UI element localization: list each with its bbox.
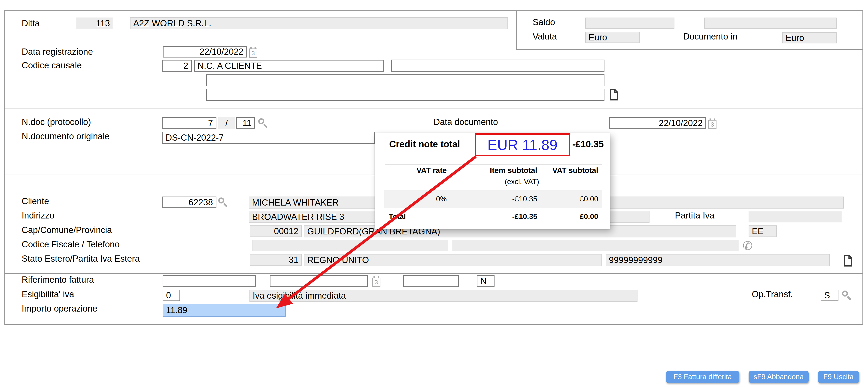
vat-subtotal-value: £0.00 xyxy=(580,194,598,204)
provincia-field: EE xyxy=(749,225,777,237)
item-subtotal-header: Item subtotal xyxy=(490,165,537,175)
cap-field: 00012 xyxy=(250,225,302,237)
section-divider-1 xyxy=(4,108,863,109)
vat-rate-value: 0% xyxy=(436,194,447,204)
stato-estero-label: Stato Estero/Partita Iva Estera xyxy=(22,253,140,264)
section-divider-3 xyxy=(4,273,863,274)
ditta-label: Ditta xyxy=(22,18,40,29)
documento-in-field: Euro xyxy=(782,32,837,43)
stato-estero-code-field: 31 xyxy=(250,254,302,266)
cap-comune-provincia-label: Cap/Comune/Provincia xyxy=(22,225,112,235)
calendar-icon[interactable]: 3 xyxy=(372,276,381,287)
codice-fiscale-field xyxy=(252,240,448,251)
search-icon[interactable] xyxy=(842,291,852,302)
vat-subtotal-header: VAT subtotal xyxy=(552,165,598,175)
importo-operazione-label: Importo operazione xyxy=(22,303,97,314)
partita-iva-estera-field: 99999999999 xyxy=(606,254,830,266)
documento-in-label: Documento in xyxy=(683,31,737,42)
codice-fiscale-telefono-label: Codice Fiscale / Telefono xyxy=(22,239,120,250)
data-documento-label: Data documento xyxy=(434,117,498,128)
indirizzo-label: Indirizzo xyxy=(22,210,55,221)
phone-icon[interactable]: ✆ xyxy=(743,240,753,252)
sf9-abbandona-button[interactable]: sF9 Abbandona xyxy=(749,371,809,383)
esigibilita-desc-field: Iva esigibilità immediata xyxy=(249,290,638,302)
total-vat-subtotal: £0.00 xyxy=(580,211,598,222)
total-row-label: Total xyxy=(389,211,406,222)
ndoc-protocollo-label: N.doc (protocollo) xyxy=(22,117,91,128)
search-icon[interactable] xyxy=(218,197,229,209)
valuta-label: Valuta xyxy=(533,31,557,42)
partita-iva-field xyxy=(749,211,842,222)
ndoc-separator: / xyxy=(218,117,235,129)
ndoc-originale-label: N.documento originale xyxy=(22,131,110,142)
document-icon[interactable] xyxy=(843,255,853,266)
stato-estero-name-field: REGNO UNITO xyxy=(304,254,602,266)
esigibilita-code-input[interactable]: 0 xyxy=(163,290,180,301)
importo-operazione-input[interactable]: 11.89 xyxy=(163,304,286,317)
saldo-field-1 xyxy=(585,18,675,29)
op-transf-input[interactable]: S xyxy=(820,290,838,301)
ndoc-originale-input[interactable]: DS-CN-2022-7 xyxy=(162,132,375,144)
document-icon[interactable] xyxy=(609,89,619,100)
riferimento-fattura-label: Riferimento fattura xyxy=(22,274,94,285)
ndoc-number-input[interactable]: 7 xyxy=(162,117,216,129)
codice-causale-label: Codice causale xyxy=(22,60,82,71)
riferimento-input-1[interactable] xyxy=(163,275,256,287)
saldo-panel xyxy=(516,10,863,50)
data-registrazione-input[interactable]: 22/10/2022 xyxy=(163,46,247,58)
calendar-icon[interactable]: 3 xyxy=(708,119,717,130)
vat-row-band xyxy=(384,190,602,208)
cliente-label: Cliente xyxy=(22,196,49,207)
saldo-label: Saldo xyxy=(533,17,555,28)
codice-causale-extra-input[interactable] xyxy=(391,60,604,72)
registrazione-contabile-window: Ditta 113 A2Z WORLD S.R.L. Saldo Valuta … xyxy=(0,0,868,388)
ndoc-suffix-input[interactable]: 11 xyxy=(236,117,255,129)
op-transf-label: Op.Transf. xyxy=(752,289,793,300)
f3-fattura-differita-button[interactable]: F3 Fattura differita xyxy=(666,371,739,383)
riferimento-flag-input[interactable]: N xyxy=(477,275,495,287)
saldo-field-2 xyxy=(704,18,837,29)
item-subtotal-subheader: (excl. VAT) xyxy=(505,177,539,187)
vat-rate-header: VAT rate xyxy=(416,165,447,175)
popup-divider xyxy=(385,164,602,165)
credit-note-title: Credit note total xyxy=(389,138,460,150)
riferimento-input-3[interactable] xyxy=(403,275,459,287)
valuta-field: Euro xyxy=(585,32,640,43)
causale-note-input-2[interactable] xyxy=(206,89,604,101)
ditta-name-field: A2Z WORLD S.R.L. xyxy=(130,17,508,29)
data-registrazione-label: Data registrazione xyxy=(22,46,93,57)
riferimento-input-2[interactable] xyxy=(270,275,368,287)
credit-note-total-gbp: -£10.35 xyxy=(572,138,604,150)
codice-causale-desc-input[interactable]: N.C. A CLIENTE xyxy=(194,60,384,72)
credit-note-total-highlight: EUR 11.89 xyxy=(475,133,570,156)
f9-uscita-button[interactable]: F9 Uscita xyxy=(818,371,859,383)
total-item-subtotal: -£10.35 xyxy=(512,211,537,222)
calendar-icon[interactable]: 3 xyxy=(249,47,258,58)
codice-causale-code-input[interactable]: 2 xyxy=(162,60,192,72)
data-documento-input[interactable]: 22/10/2022 xyxy=(609,117,706,129)
item-subtotal-value: -£10.35 xyxy=(512,194,537,204)
esigibilita-iva-label: Esigibilita' iva xyxy=(22,289,74,300)
partita-iva-label: Partita Iva xyxy=(675,210,714,221)
cliente-code-input[interactable]: 62238 xyxy=(162,197,216,208)
search-icon[interactable] xyxy=(258,118,269,130)
causale-note-input-1[interactable] xyxy=(206,74,604,86)
telefono-field xyxy=(452,240,739,251)
ditta-code-field: 113 xyxy=(76,18,113,29)
